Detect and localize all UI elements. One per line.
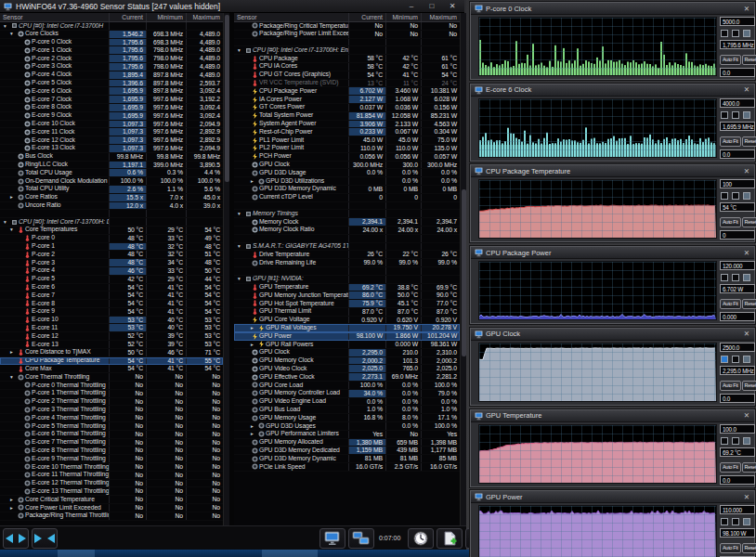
expand-caret[interactable]: ▸ <box>251 324 258 331</box>
sensor-row[interactable]: E-core 654 °C41 °C54 °C <box>0 284 223 292</box>
reset-button[interactable]: Reset <box>742 381 756 391</box>
sensor-row[interactable]: ▸Core Distance to TjMAX50 °C46 °C71 °C <box>0 349 223 357</box>
clock-button[interactable] <box>408 528 434 549</box>
sensor-row[interactable]: Drive Temperature26 °C22 °C26 °C <box>234 251 460 259</box>
sensor-row[interactable]: P-core 348 °C34 °C48 °C <box>0 259 223 267</box>
sensor-row[interactable]: ▾GPU [#1]: NVIDIA: <box>234 276 460 284</box>
sensor-row[interactable]: PL1 Power Limit45.0 W45.0 W75.0 W <box>234 136 460 145</box>
sensor-row[interactable]: Package/Ring Thermal ThrottlingNoNoNo <box>0 512 223 521</box>
expand-caret[interactable]: ▾ <box>10 31 18 38</box>
sensor-row[interactable]: On-Demand Clock Modulation100.0 %100.0 %… <box>0 177 223 186</box>
sensor-row[interactable]: ▾CPU [#0]: Intel Core i7-13700H <box>0 22 223 31</box>
sensor-row[interactable]: E-core 954 °C41 °C54 °C <box>0 308 223 317</box>
sensor-row[interactable]: P-core 048 °C33 °C49 °C <box>0 235 223 243</box>
graph-checkbox[interactable] <box>721 518 728 525</box>
sensor-row[interactable]: GPU Video Clock2,025.0 MHz765.0 MHz2,025… <box>234 365 460 373</box>
column-header[interactable]: Current <box>109 13 146 21</box>
sensor-row[interactable]: P-core 4 Clock1,895.4 MHz897.8 MHz4,489.… <box>0 71 223 80</box>
auto-fit-button[interactable]: Auto Fit <box>720 543 741 553</box>
sensor-row[interactable]: Uncore Ratio12.0 x4.0 x39.0 x <box>0 202 223 211</box>
sensor-row[interactable]: E-core 1153 °C40 °C53 °C <box>0 324 223 332</box>
sensor-row[interactable]: ▾Core Thermal ThrottlingNoNoNo <box>0 373 223 382</box>
sensor-row[interactable]: E-core 11 Thermal ThrottlingNoNoNo <box>0 472 223 480</box>
close-icon[interactable]: ✕ <box>744 85 750 94</box>
graph-checkbox[interactable] <box>732 356 739 363</box>
expand-caret[interactable]: ▾ <box>238 243 245 251</box>
sensor-row[interactable]: E-core 13 Clock1,097.3 MHz997.6 MHz2,094… <box>0 145 223 153</box>
sensor-row[interactable]: GPU Memory Usage16.8 %8.0 %17.1 % <box>234 414 460 422</box>
swap-panels-button[interactable] <box>3 528 29 549</box>
graph-checkbox[interactable] <box>721 437 728 445</box>
graph-checkbox[interactable] <box>743 518 750 525</box>
sensor-row[interactable]: Total CPU Utility2.6 %1.1 %5.6 % <box>0 186 223 194</box>
sensor-row[interactable]: E-core 7 Clock1,695.9 MHz997.6 MHz3,192.… <box>0 96 223 104</box>
column-header[interactable]: Minimum <box>146 13 186 21</box>
sensor-row[interactable]: ▾Core Temperatures50 °C29 °C54 °C <box>0 227 223 235</box>
auto-fit-button[interactable]: Auto Fit <box>720 381 741 391</box>
sensor-row[interactable]: PCH Power0.056 W0.056 W0.057 W <box>234 153 460 162</box>
sensor-row[interactable]: P-core 446 °C33 °C50 °C <box>0 267 223 276</box>
sensor-row[interactable]: Total CPU Usage0.6 %0.3 %4.4 % <box>0 169 223 177</box>
sensor-row[interactable]: E-core 9 Thermal ThrottlingNoNoNo <box>0 455 223 463</box>
sensor-row[interactable]: ▸Core Critical TemperatureNoNoNo <box>0 496 223 504</box>
merge-panels-button[interactable] <box>32 528 58 549</box>
graph-checkbox[interactable] <box>721 356 728 363</box>
graph-checkbox[interactable] <box>721 192 728 200</box>
sensor-row[interactable]: ▸GPU D3D Utilizations0.0 %0.0 % <box>234 177 460 186</box>
sensor-row[interactable]: GPU Memory Clock2,000.2 MHz101.3 MHz2,00… <box>234 357 460 366</box>
graph-checkbox[interactable] <box>732 518 739 525</box>
taskbar-item[interactable] <box>262 550 318 557</box>
reset-button[interactable]: Reset <box>742 217 756 227</box>
close-icon[interactable]: ✕ <box>744 249 750 257</box>
auto-fit-button[interactable]: Auto Fit <box>720 299 741 309</box>
sensor-row[interactable]: P-core 148 °C32 °C48 °C <box>0 243 223 252</box>
expand-caret[interactable]: ▾ <box>238 276 245 283</box>
sensor-row[interactable]: GPU Thermal Limit87.0 °C87.0 °C87.0 °C <box>234 308 460 317</box>
graph-titlebar[interactable]: CPU Package Power✕ <box>471 247 754 259</box>
sensor-row[interactable]: IA Cores Power2.127 W1.068 W6.028 W <box>234 96 460 104</box>
sensor-row[interactable]: GPU Core Load100.0 %0.0 %100.0 % <box>234 382 460 390</box>
close-icon[interactable]: ✕ <box>744 493 750 501</box>
sensor-row[interactable]: ▾Core Clocks1,546.2 MHz698.3 MHz4,489.0 … <box>0 31 223 39</box>
column-header[interactable]: Maximum <box>421 13 460 21</box>
column-header[interactable]: Minimum <box>385 13 421 21</box>
expand-caret[interactable]: ▾ <box>10 373 18 381</box>
sensor-row[interactable]: E-core 8 Clock1,695.9 MHz997.6 MHz3,092.… <box>0 104 223 112</box>
sensor-row[interactable]: ▸GPU Rail Voltages19.750 V20.278 V <box>234 324 460 332</box>
auto-fit-button[interactable]: Auto Fit <box>720 217 741 227</box>
sensor-row[interactable]: System Agent Power3.906 W2.133 W4.563 W <box>234 121 460 129</box>
column-header[interactable]: Maximum <box>186 13 223 21</box>
sensor-row[interactable]: Bus Clock99.8 MHz99.8 MHz99.8 MHz <box>0 153 223 162</box>
sensor-row[interactable]: GPU D3D Usage0.0 %0.0 %0.0 % <box>234 169 460 177</box>
sensor-row[interactable]: ▾S.M.A.R.T.: GIGABYTE AG4705 1TB-SI B... <box>234 243 460 252</box>
column-header[interactable]: Sensor <box>234 13 348 21</box>
sensor-row[interactable]: GPU Hot Spot Temperature75.9 °C45.1 °C77… <box>234 300 460 308</box>
expand-caret[interactable]: ▾ <box>10 227 18 234</box>
sensor-row[interactable]: GPU D3D Memory Dynamic0 MB0 MB0 MB <box>234 186 460 194</box>
sensor-row[interactable]: ▸GPU Performance LimitersYesNoYes <box>234 431 460 439</box>
sensor-row[interactable]: P-core 3 Clock1,795.6 MHz798.0 MHz4,489.… <box>0 63 223 71</box>
expand-caret[interactable]: ▸ <box>251 422 258 430</box>
sensor-row[interactable]: ▸Core Power Limit ExceededNoNoNo <box>0 504 223 512</box>
close-icon[interactable]: ✕ <box>744 330 750 338</box>
sensor-row[interactable]: E-core 7 Thermal ThrottlingNoNoNo <box>0 439 223 447</box>
sensor-row[interactable]: GPU Memory Controller Load34.0 %0.0 %79.… <box>234 390 460 398</box>
auto-fit-button[interactable]: Auto Fit <box>720 136 741 147</box>
expand-caret[interactable]: ▾ <box>238 210 245 217</box>
auto-fit-button[interactable]: Auto Fit <box>720 55 741 65</box>
expand-caret[interactable]: ▸ <box>10 504 18 512</box>
graph-checkbox[interactable] <box>721 274 728 281</box>
sensor-row[interactable]: P-core 3 Thermal ThrottlingNoNoNo <box>0 406 223 414</box>
expand-caret[interactable]: ▸ <box>251 177 258 185</box>
sensor-row[interactable]: ▾CPU [#0]: Intel Core i7-13700H: Enhance… <box>234 46 460 55</box>
report-button[interactable] <box>437 528 463 549</box>
column-header[interactable]: Current <box>348 13 385 21</box>
sensor-row[interactable]: CPU Package58 °C42 °C61 °C <box>234 55 460 63</box>
sensor-row[interactable]: E-core 10 Thermal ThrottlingNoNoNo <box>0 463 223 472</box>
sensor-row[interactable]: Ring/LLC Clock1,197.1 MHz399.0 MHz3,890.… <box>0 162 223 170</box>
graph-checkbox[interactable] <box>732 111 739 119</box>
expand-caret[interactable]: ▾ <box>238 46 245 54</box>
expand-caret[interactable]: ▸ <box>251 431 258 438</box>
graph-titlebar[interactable]: CPU Package Temperature✕ <box>471 165 754 177</box>
sensor-row[interactable]: E-core 13 Thermal ThrottlingNoNoNo <box>0 487 223 496</box>
